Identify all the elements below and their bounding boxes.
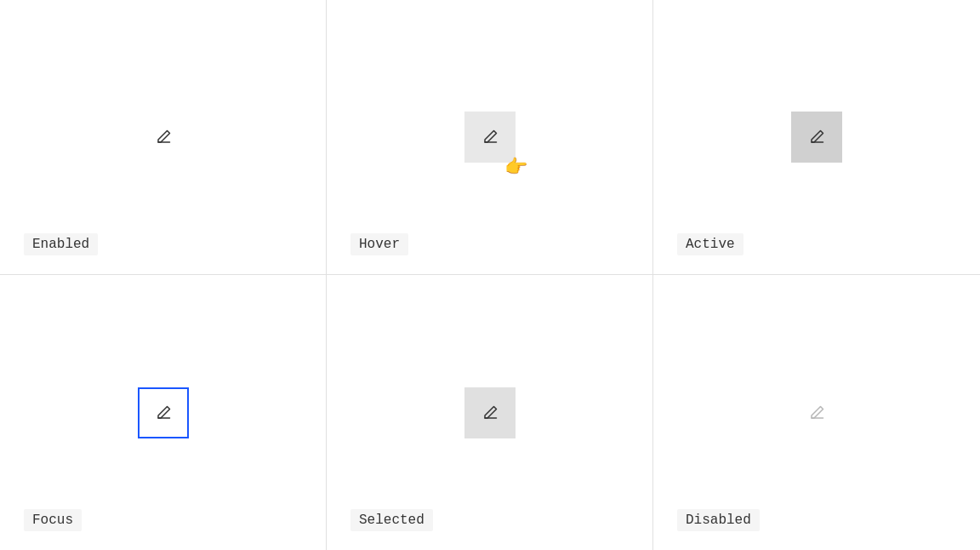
cell-active: Active	[653, 0, 980, 275]
edit-button-hover[interactable]	[464, 112, 516, 163]
pencil-icon-selected	[481, 404, 499, 421]
edit-button-active[interactable]	[791, 112, 842, 163]
pencil-icon-enabled	[155, 129, 172, 146]
label-focus: Focus	[24, 509, 82, 531]
label-disabled: Disabled	[677, 509, 760, 531]
edit-button-focus[interactable]	[138, 387, 189, 438]
cell-focus: Focus	[0, 275, 327, 550]
label-selected: Selected	[350, 509, 433, 531]
pencil-icon-active	[808, 129, 825, 146]
label-active: Active	[677, 233, 744, 255]
label-enabled: Enabled	[24, 233, 98, 255]
edit-button-selected[interactable]	[464, 387, 516, 438]
cell-enabled: Enabled	[0, 0, 327, 275]
cell-disabled: Disabled	[653, 275, 980, 550]
pencil-icon-hover	[481, 129, 499, 146]
cell-selected: Selected	[327, 275, 653, 550]
edit-button-disabled	[791, 387, 842, 438]
cell-hover: 👉 Hover	[327, 0, 653, 275]
edit-button-enabled[interactable]	[138, 112, 189, 163]
pencil-icon-disabled	[808, 404, 825, 421]
label-hover: Hover	[350, 233, 408, 255]
state-grid: Enabled 👉 Hover Active	[0, 0, 980, 550]
pencil-icon-focus	[155, 404, 172, 421]
